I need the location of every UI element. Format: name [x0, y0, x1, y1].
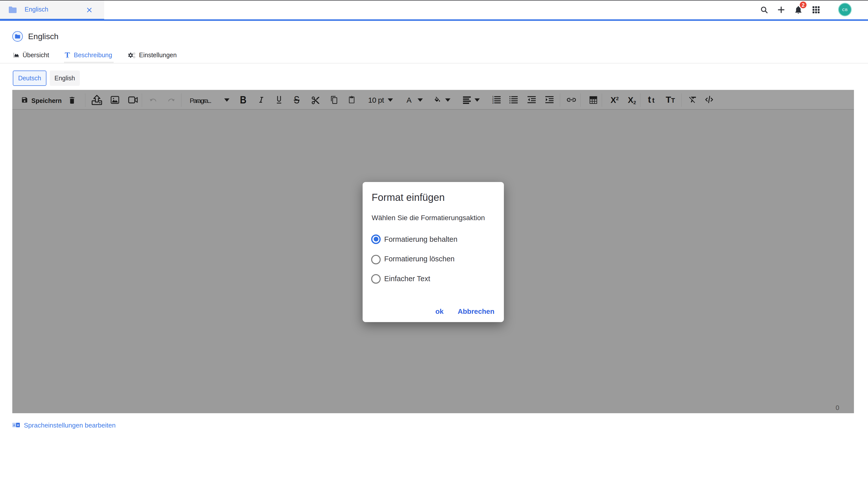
- svg-text:A: A: [13, 424, 15, 427]
- svg-text:✵: ✵: [17, 423, 19, 427]
- svg-text:4: 4: [492, 102, 494, 104]
